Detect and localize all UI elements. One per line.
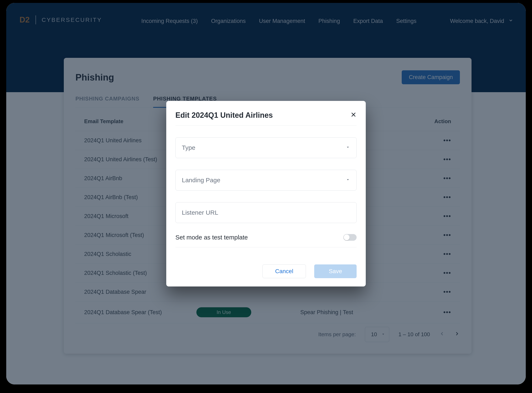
listener-url-input[interactable]: Listener URL [175,202,357,223]
dropdown-icon [345,177,350,183]
close-icon[interactable] [350,112,357,119]
type-select[interactable]: Type [175,137,357,158]
test-mode-label: Set mode as test template [175,234,248,241]
landing-page-select[interactable]: Landing Page [175,170,357,191]
modal-title: Edit 2024Q1 United Airlines [175,111,273,120]
edit-template-modal: Edit 2024Q1 United Airlines Type Landing… [166,101,366,286]
toggle-knob [344,235,350,240]
svg-marker-3 [347,147,349,148]
svg-marker-4 [347,179,349,180]
save-button[interactable]: Save [314,265,357,278]
type-label: Type [182,144,195,151]
listener-url-label: Listener URL [182,209,218,216]
dropdown-icon [345,145,350,150]
landing-page-label: Landing Page [182,177,220,184]
test-mode-toggle[interactable] [343,234,357,241]
test-mode-row: Set mode as test template [175,234,357,247]
cancel-button[interactable]: Cancel [263,265,306,278]
